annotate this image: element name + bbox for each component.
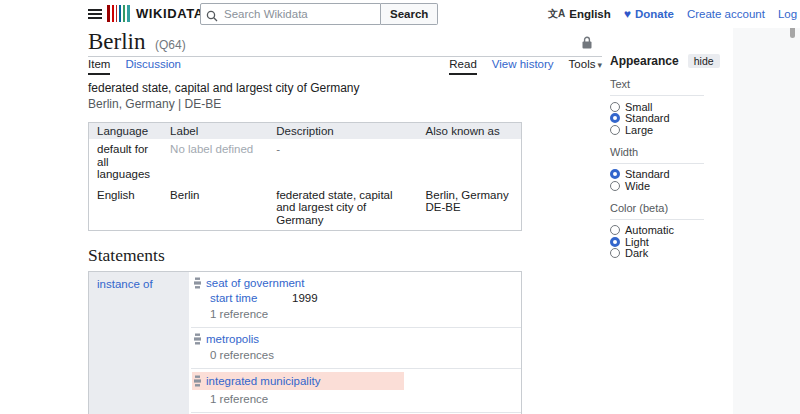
radio-width-standard[interactable] <box>610 169 620 179</box>
log-in-link[interactable]: Log in <box>778 8 800 20</box>
donate-link[interactable]: ♥ Donate <box>624 7 674 21</box>
appearance-header: Appearance hide <box>610 54 733 68</box>
tab-view-history[interactable]: View history <box>492 58 554 75</box>
appearance-panel: Appearance hide TextSmallStandardLargeWi… <box>610 54 733 259</box>
radio-text-large[interactable] <box>610 125 620 135</box>
tab-read[interactable]: Read <box>449 58 477 75</box>
wikidata-logo-bars <box>107 5 130 22</box>
lock-icon <box>582 35 592 53</box>
logo-bar <box>127 5 130 22</box>
radio-width-wide[interactable] <box>610 181 620 191</box>
terms-aka-cell <box>418 139 522 185</box>
namespace-tabs: ItemDiscussion <box>88 58 181 75</box>
references-toggle[interactable]: 1 reference <box>210 308 515 320</box>
qualifier: start time1999 <box>210 292 515 304</box>
radio-option-color-beta-light[interactable]: Light <box>610 236 733 248</box>
radio-option-text-large[interactable]: Large <box>610 124 733 136</box>
qualifier-value: 1999 <box>292 292 318 304</box>
terms-aka-cell: Berlin, GermanyDE-BE <box>418 185 522 231</box>
menu-icon[interactable] <box>88 9 102 19</box>
tab-discussion[interactable]: Discussion <box>125 58 181 75</box>
terms-column-header: Language <box>89 123 163 140</box>
entity-id: (Q64) <box>155 38 186 52</box>
statement-value-link[interactable]: metropolis <box>206 333 259 345</box>
statement: integrated municipality1 reference <box>191 369 521 413</box>
terms-row: EnglishBerlinfederated state, capital an… <box>89 185 522 231</box>
radio-label: Dark <box>625 247 648 259</box>
search-button[interactable]: Search <box>381 3 438 25</box>
entity-description: federated state, capital and largest cit… <box>88 82 602 95</box>
terms-table: LanguageLabelDescriptionAlso known as de… <box>88 122 522 231</box>
entity-aliases: Berlin, Germany | DE-BE <box>88 98 602 111</box>
property-link[interactable]: instance of <box>97 278 153 290</box>
radio-option-color-beta-dark[interactable]: Dark <box>610 248 733 260</box>
top-header: WIKIDATA Search 文A English ♥ Donate Crea… <box>0 0 800 28</box>
terms-column-header: Label <box>162 123 268 140</box>
appearance-section-label: Text <box>610 78 704 96</box>
statement-value-link[interactable]: integrated municipality <box>206 375 320 387</box>
radio-text-standard[interactable] <box>610 113 620 123</box>
property-cell: instance of <box>89 272 189 414</box>
language-icon: 文A <box>548 7 565 21</box>
radio-color-beta-light[interactable] <box>610 237 620 247</box>
statement-value-link[interactable]: seat of government <box>206 277 304 289</box>
radio-label: Wide <box>625 180 650 192</box>
wikidata-logo-text: WIKIDATA <box>136 6 204 21</box>
tab-tools[interactable]: Tools▾ <box>569 58 602 75</box>
appearance-section-label: Width <box>610 146 704 164</box>
language-selector[interactable]: 文A English <box>548 7 611 21</box>
radio-option-color-beta-automatic[interactable]: Automatic <box>610 225 733 237</box>
radio-label: Small <box>625 101 653 113</box>
qualifier-property-link[interactable]: start time <box>210 292 292 304</box>
terms-label-cell: Berlin <box>162 185 268 231</box>
rank-icon <box>194 277 201 289</box>
logo-bar <box>107 5 110 22</box>
radio-color-beta-dark[interactable] <box>610 248 620 258</box>
terms-header-row: LanguageLabelDescriptionAlso known as <box>89 123 522 140</box>
appearance-hide-button[interactable]: hide <box>688 54 720 68</box>
heart-icon: ♥ <box>624 7 631 21</box>
radio-option-width-standard[interactable]: Standard <box>610 169 733 181</box>
terms-language-cell: default for all languages <box>89 139 163 185</box>
references-toggle[interactable]: 0 references <box>210 349 515 361</box>
statement-main-snak: integrated municipality <box>192 372 404 390</box>
radio-option-text-small[interactable]: Small <box>610 101 733 113</box>
terms-body: default for all languagesNo label define… <box>89 139 522 231</box>
view-tabs: ReadView historyTools▾ <box>449 58 602 75</box>
appearance-sections: TextSmallStandardLargeWidthStandardWideC… <box>610 78 733 259</box>
chevron-down-icon: ▾ <box>597 60 602 70</box>
page-title: Berlin <box>88 29 146 54</box>
statement-main-snak: seat of government <box>194 277 515 289</box>
search-bar: Search <box>200 3 438 25</box>
statements-heading: Statements <box>88 245 602 266</box>
references-toggle[interactable]: 1 reference <box>210 393 515 405</box>
terms-description-cell: - <box>268 139 417 185</box>
donate-label: Donate <box>635 8 674 20</box>
language-label: English <box>569 8 611 20</box>
radio-label: Standard <box>625 112 670 124</box>
wikidata-logo[interactable]: WIKIDATA <box>107 5 204 22</box>
radio-label: Standard <box>625 168 670 180</box>
tab-item[interactable]: Item <box>88 58 110 75</box>
radio-option-text-standard[interactable]: Standard <box>610 113 733 125</box>
appearance-title: Appearance <box>610 54 679 68</box>
radio-color-beta-automatic[interactable] <box>610 225 620 235</box>
search-input[interactable] <box>200 3 381 25</box>
tab-row: ItemDiscussion ReadView historyTools▾ <box>88 58 602 75</box>
page-gutter <box>733 0 800 414</box>
appearance-section-label: Color (beta) <box>610 202 704 220</box>
statement: metropolis0 references <box>191 328 521 369</box>
logo-bar <box>119 5 121 22</box>
main-content: Berlin (Q64) ItemDiscussion ReadView his… <box>88 30 602 414</box>
terms-column-header: Description <box>268 123 417 140</box>
logo-bar <box>112 5 114 22</box>
logo-bar <box>123 5 125 22</box>
radio-text-small[interactable] <box>610 102 620 112</box>
radio-option-width-wide[interactable]: Wide <box>610 180 733 192</box>
rank-icon <box>194 333 201 345</box>
title-block: Berlin (Q64) <box>88 30 602 57</box>
terms-row: default for all languagesNo label define… <box>89 139 522 185</box>
terms-language-cell: English <box>89 185 163 231</box>
create-account-link[interactable]: Create account <box>687 8 765 20</box>
header-user-links: 文A English ♥ Donate Create account Log i… <box>548 7 800 21</box>
